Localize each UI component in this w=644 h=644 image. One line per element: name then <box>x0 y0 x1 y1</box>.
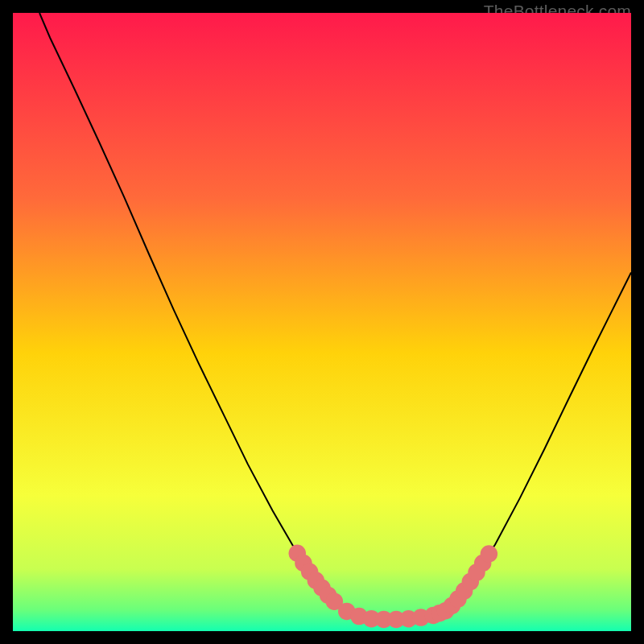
bottleneck-chart <box>13 13 631 631</box>
marker-dot <box>481 545 498 563</box>
gradient-background <box>13 13 631 631</box>
chart-container: TheBottleneck.com <box>0 0 644 644</box>
